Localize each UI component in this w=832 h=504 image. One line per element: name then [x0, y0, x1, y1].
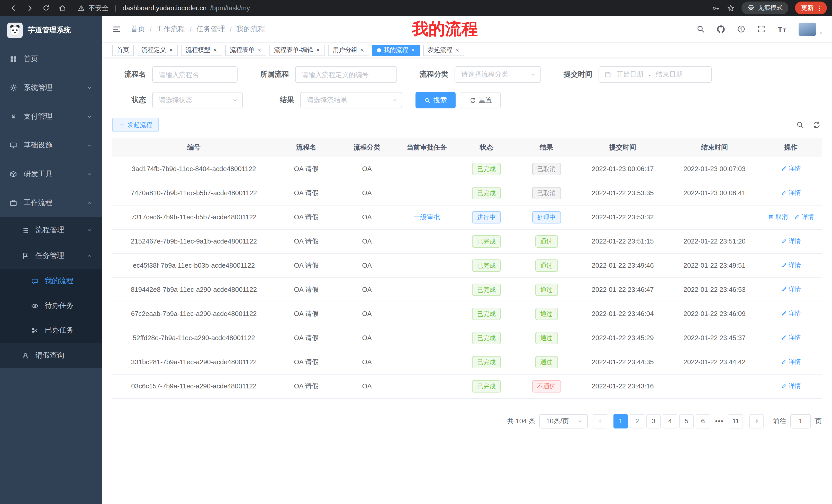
category-select[interactable]: 请选择流程分类	[454, 66, 541, 83]
breadcrumb-item[interactable]: 工作流程	[156, 24, 185, 34]
goto-page-input[interactable]	[790, 414, 811, 428]
cancel-action-link[interactable]: 取消	[768, 213, 788, 221]
chevron-up-icon	[86, 253, 93, 259]
detail-action-link[interactable]: 详情	[781, 333, 801, 342]
font-size-button[interactable]	[774, 21, 790, 37]
detail-action-link[interactable]: 详情	[781, 382, 801, 390]
page-button[interactable]: 11	[729, 414, 743, 428]
create-process-button[interactable]: 发起流程	[112, 118, 159, 132]
detail-action-link[interactable]: 详情	[794, 213, 814, 221]
sidebar-item-home[interactable]: 首页	[0, 45, 102, 74]
sidebar-item-my-processes[interactable]: 我的流程	[0, 269, 102, 293]
process-category: OA	[362, 261, 372, 269]
password-key-button[interactable]	[712, 4, 720, 12]
table-row: 03c6c157-7b9a-11ec-a290-acde48001122 OA …	[112, 374, 822, 398]
result-select[interactable]: 请选择流结果	[300, 92, 402, 108]
table-body: 3ad174fb-7b9d-11ec-8404-acde48001122 OA …	[112, 157, 822, 398]
user-avatar-menu[interactable]	[799, 22, 824, 36]
bookmark-star-button[interactable]	[727, 4, 735, 12]
status-select[interactable]: 请选择状态	[152, 92, 243, 108]
avatar	[799, 22, 816, 36]
refresh-table-button[interactable]	[811, 120, 822, 130]
tags-view-item[interactable]: 流程模型	[181, 45, 222, 56]
detail-action-link[interactable]: 详情	[781, 189, 801, 197]
sidebar-item-leave-query[interactable]: 请假查询	[0, 343, 102, 368]
breadcrumb-item[interactable]: 首页	[131, 24, 145, 34]
toggle-search-button[interactable]	[795, 120, 805, 130]
sidebar-item-devtools[interactable]: 研发工具	[0, 160, 102, 189]
pen-icon	[794, 214, 800, 220]
sidebar-item-process-management[interactable]: 流程管理	[0, 217, 102, 243]
page-button[interactable]: 5	[679, 414, 694, 428]
process-name: OA 请假	[294, 382, 318, 390]
submit-time-range-picker[interactable]: 开始日期 - 结束日期	[599, 66, 712, 83]
user-icon	[22, 352, 29, 359]
process-category: OA	[362, 213, 372, 221]
detail-action-link[interactable]: 详情	[781, 164, 801, 173]
browser-reload-button[interactable]	[42, 4, 50, 12]
prev-page-button[interactable]	[593, 414, 607, 428]
tags-view-item[interactable]: 发起流程	[423, 45, 464, 56]
sidebar-item-infrastructure[interactable]: 基础设施	[0, 131, 102, 160]
page-size-select[interactable]: 10条/页	[539, 414, 588, 428]
close-icon[interactable]	[360, 48, 365, 52]
detail-action-link[interactable]: 详情	[781, 358, 801, 366]
breadcrumb-item[interactable]: 任务管理	[197, 24, 225, 34]
status-badge: 已完成	[472, 356, 501, 368]
reset-button[interactable]: 重置	[461, 92, 501, 108]
detail-action-link[interactable]: 详情	[781, 309, 801, 318]
table-row: 819442e8-7b9a-11ec-a290-acde48001122 OA …	[112, 277, 822, 302]
tags-view-item[interactable]: 用户分组	[328, 45, 369, 56]
page-button[interactable]: 2	[630, 414, 644, 428]
tags-view-item[interactable]: 流程表单-编辑	[269, 45, 325, 56]
browser-update-menu-button[interactable]: 更新	[795, 2, 827, 15]
key-icon	[712, 4, 720, 12]
github-link-button[interactable]	[713, 21, 729, 37]
page-button[interactable]: 1	[614, 414, 628, 428]
tags-view-item[interactable]: 流程表单	[225, 45, 266, 56]
browser-home-button[interactable]	[58, 4, 66, 12]
close-icon[interactable]	[257, 48, 262, 52]
column-header: 流程分类	[337, 138, 397, 157]
current-task-link[interactable]: 一级审批	[413, 213, 440, 221]
browser-back-button[interactable]	[9, 4, 18, 12]
tags-view-item[interactable]: 流程定义	[137, 45, 178, 56]
sidebar-item-done-tasks[interactable]: 已办任务	[0, 318, 102, 343]
close-icon[interactable]	[316, 48, 320, 52]
sidebar-item-payment[interactable]: 支付管理	[0, 102, 102, 131]
detail-action-link[interactable]: 详情	[781, 261, 801, 270]
browser-forward-button[interactable]	[26, 4, 34, 12]
help-doc-button[interactable]	[734, 22, 749, 36]
process-name-input[interactable]	[152, 66, 238, 83]
detail-action-link[interactable]: 详情	[781, 285, 801, 294]
detail-action-link[interactable]: 详情	[781, 237, 801, 246]
table-row: 7317cec6-7b9b-11ec-b5b7-acde48001122 OA …	[112, 205, 822, 229]
end-time: 2022-01-22 23:44:42	[683, 358, 745, 366]
end-time: 2022-01-22 23:51:20	[683, 237, 745, 245]
search-button[interactable]: 搜索	[415, 92, 456, 108]
result-label: 结果	[256, 95, 300, 105]
next-page-button[interactable]	[749, 414, 763, 428]
collapse-sidebar-button[interactable]	[110, 22, 123, 36]
page-button[interactable]: 6	[696, 414, 710, 428]
pen-icon	[781, 262, 787, 269]
tags-view-item[interactable]: 首页	[112, 45, 134, 56]
close-icon[interactable]	[169, 48, 173, 52]
sidebar-item-pending-tasks[interactable]: 待办任务	[0, 293, 102, 318]
process-definition-input[interactable]	[295, 66, 397, 83]
sidebar-item-task-management[interactable]: 任务管理	[0, 243, 102, 269]
address-bar[interactable]: 不安全 | dashboard.yudao.iocoder.cn/bpm/tas…	[78, 3, 704, 12]
process-id: 7470a810-7b9b-11ec-b5b7-acde48001122	[131, 189, 257, 197]
close-icon[interactable]	[455, 48, 460, 52]
tags-view-item[interactable]: 我的流程	[372, 45, 420, 56]
header-search-button[interactable]	[693, 22, 708, 36]
table-row: 7470a810-7b9b-11ec-b5b7-acde48001122 OA …	[112, 181, 822, 205]
sidebar-item-workflow[interactable]: 工作流程	[0, 189, 102, 217]
sidebar-item-system[interactable]: 系统管理	[0, 74, 102, 102]
process-id: 52ffd28e-7b9a-11ec-a290-acde48001122	[133, 334, 255, 342]
page-button[interactable]: 3	[646, 414, 661, 428]
fullscreen-button[interactable]	[754, 22, 769, 36]
close-icon[interactable]	[411, 48, 415, 52]
close-icon[interactable]	[213, 48, 217, 52]
page-button[interactable]: 4	[663, 414, 677, 428]
